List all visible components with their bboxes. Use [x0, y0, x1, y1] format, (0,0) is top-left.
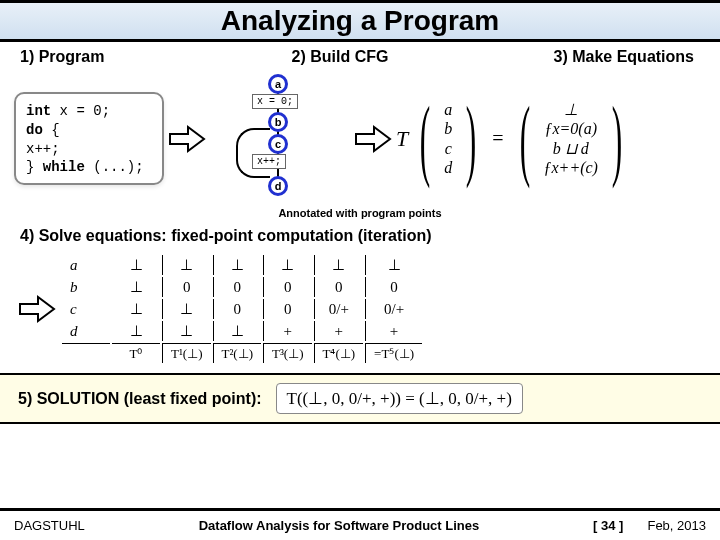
cfg-diagram: a x = 0; b c x++; d: [210, 74, 350, 204]
iter-cell: +: [263, 321, 312, 341]
step3-heading: 3) Make Equations: [460, 48, 700, 66]
iter-header: T⁰: [112, 343, 160, 363]
loop-edge: [236, 128, 270, 178]
solution-equation: T((⊥, 0, 0/+, +)) = (⊥, 0, 0/+, +): [276, 383, 523, 414]
cfg-node-c: c: [268, 134, 288, 154]
footer: DAGSTUHL Dataflow Analysis for Software …: [0, 508, 720, 540]
arrow-icon: [14, 294, 60, 324]
iter-cell: 0: [263, 299, 312, 319]
iter-header: =T⁵(⊥): [365, 343, 422, 363]
step4-heading: 4) Solve equations: fixed-point computat…: [20, 227, 700, 245]
iteration-table: a⊥⊥⊥⊥⊥⊥b⊥00000c⊥⊥000/+0/+d⊥⊥⊥+++ T⁰T¹(⊥)…: [60, 253, 424, 365]
iter-cell: ⊥: [162, 255, 211, 275]
iter-cell: ⊥: [112, 321, 160, 341]
iter-header: T²(⊥): [213, 343, 262, 363]
iter-cell: ⊥: [213, 321, 262, 341]
cfg-node-b: b: [268, 112, 288, 132]
iter-cell: ⊥: [365, 255, 422, 275]
title-bar: Analyzing a Program: [0, 0, 720, 42]
iter-cell: 0: [263, 277, 312, 297]
step-headers: 1) Program 2) Build CFG 3) Make Equation…: [0, 42, 720, 70]
slide-title: Analyzing a Program: [221, 5, 500, 37]
iter-cell: 0: [213, 299, 262, 319]
iter-cell: +: [314, 321, 364, 341]
iter-cell: ⊥: [263, 255, 312, 275]
arrow-icon: [164, 124, 210, 154]
iter-cell: 0: [162, 277, 211, 297]
cfg-node-a: a: [268, 74, 288, 94]
step4: 4) Solve equations: fixed-point computat…: [0, 225, 720, 253]
eq-rhs: ⊥ ƒx=0(a) b ⊔ d ƒx++(c): [539, 100, 601, 177]
iter-header: T¹(⊥): [162, 343, 211, 363]
iter-cell: 0: [213, 277, 262, 297]
cfg-stmt2: x++;: [252, 154, 286, 169]
cfg-annotation: Annotated with program points: [0, 207, 720, 219]
row1-body: int x = 0; do { x++; } while (...); a x …: [0, 70, 720, 205]
eq-vars: a b c d: [440, 100, 456, 177]
iteration-row: a⊥⊥⊥⊥⊥⊥b⊥00000c⊥⊥000/+0/+d⊥⊥⊥+++ T⁰T¹(⊥)…: [0, 253, 720, 365]
footer-center: Dataflow Analysis for Software Product L…: [85, 518, 593, 533]
iter-cell: 0: [314, 277, 364, 297]
iter-cell: ⊥: [112, 277, 160, 297]
iter-cell: ⊥: [162, 299, 211, 319]
iter-cell: 0/+: [314, 299, 364, 319]
iter-cell: ⊥: [112, 299, 160, 319]
iter-label: c: [62, 299, 110, 319]
iter-header: T³(⊥): [263, 343, 312, 363]
iter-cell: +: [365, 321, 422, 341]
solution-bar: 5) SOLUTION (least fixed point): T((⊥, 0…: [0, 373, 720, 424]
iter-cell: 0/+: [365, 299, 422, 319]
iter-label: d: [62, 321, 110, 341]
iter-header: T⁴(⊥): [314, 343, 364, 363]
step2-heading: 2) Build CFG: [220, 48, 460, 66]
equations: T ( a b c d ) = ( ⊥ ƒx=0(a) b ⊔ d ƒx++(c…: [396, 98, 632, 179]
cfg-stmt1: x = 0;: [252, 94, 298, 109]
program-code: int x = 0; do { x++; } while (...);: [14, 92, 164, 186]
iter-label: b: [62, 277, 110, 297]
cfg-node-d: d: [268, 176, 288, 196]
iter-label: a: [62, 255, 110, 275]
step1-heading: 1) Program: [20, 48, 220, 66]
footer-left: DAGSTUHL: [14, 518, 85, 533]
footer-right: Feb, 2013: [647, 518, 706, 533]
iter-cell: ⊥: [162, 321, 211, 341]
footer-page: [ 34 ]: [593, 518, 623, 533]
step5-heading: 5) SOLUTION (least fixed point):: [18, 390, 262, 408]
iter-cell: ⊥: [112, 255, 160, 275]
arrow-icon: [350, 124, 396, 154]
iter-cell: 0: [365, 277, 422, 297]
iter-cell: ⊥: [213, 255, 262, 275]
iter-cell: ⊥: [314, 255, 364, 275]
